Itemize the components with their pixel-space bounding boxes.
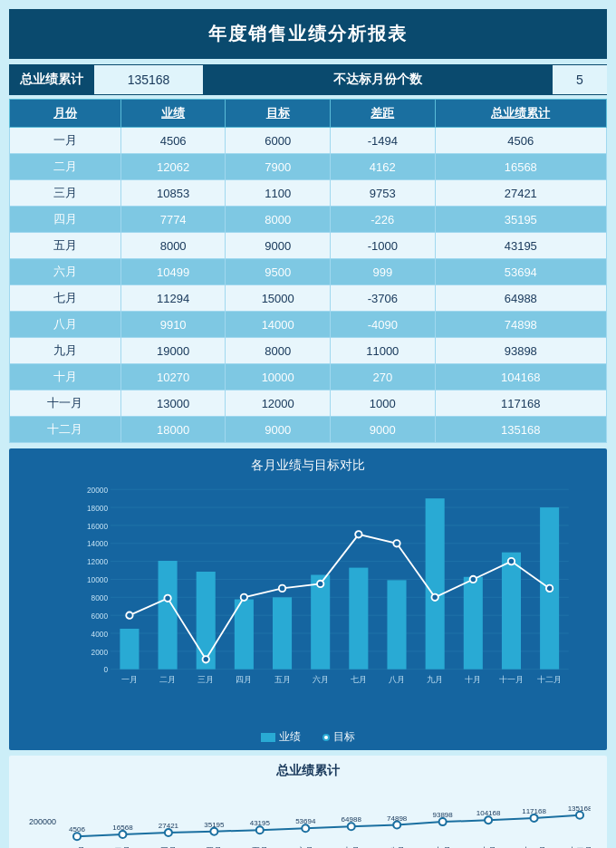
svg-rect-30 bbox=[273, 597, 292, 669]
svg-rect-34 bbox=[349, 568, 368, 670]
svg-point-52 bbox=[355, 531, 361, 537]
cumulative-chart: 2000004506一月16568二月27421三月35195四月43195五月… bbox=[16, 785, 600, 848]
svg-text:16568: 16568 bbox=[112, 824, 133, 832]
svg-text:200000: 200000 bbox=[29, 817, 56, 826]
table-row: 八月991014000-409074898 bbox=[10, 312, 607, 338]
svg-point-56 bbox=[508, 558, 515, 564]
svg-text:七月: 七月 bbox=[351, 675, 367, 684]
svg-text:4000: 4000 bbox=[91, 630, 109, 639]
chart-title: 各月业绩与目标对比 bbox=[16, 458, 600, 474]
total-label: 总业绩累计 bbox=[9, 64, 94, 95]
svg-point-59 bbox=[73, 833, 81, 840]
table-row: 三月108531100975327421 bbox=[10, 180, 607, 207]
svg-text:27421: 27421 bbox=[159, 822, 179, 830]
svg-point-92 bbox=[576, 812, 583, 819]
svg-text:43195: 43195 bbox=[250, 819, 271, 827]
miss-value: 5 bbox=[553, 65, 607, 94]
table-row: 二月120627900416216568 bbox=[10, 154, 607, 180]
svg-text:14000: 14000 bbox=[87, 539, 108, 548]
cumulative-svg: 2000004506一月16568二月27421三月35195四月43195五月… bbox=[25, 785, 591, 848]
svg-text:16000: 16000 bbox=[87, 522, 108, 531]
svg-point-65 bbox=[165, 829, 172, 836]
svg-text:135168: 135168 bbox=[568, 805, 591, 813]
table-row: 五月80009000-100043195 bbox=[10, 233, 607, 259]
svg-text:53694: 53694 bbox=[295, 817, 316, 825]
svg-text:6000: 6000 bbox=[91, 612, 109, 621]
svg-text:九月: 九月 bbox=[427, 675, 443, 684]
svg-point-50 bbox=[279, 585, 285, 592]
svg-text:五月: 五月 bbox=[274, 675, 291, 684]
svg-text:35195: 35195 bbox=[204, 821, 225, 829]
summary-row: 总业绩累计 135168 不达标月份个数 5 bbox=[9, 64, 607, 95]
svg-rect-28 bbox=[235, 600, 254, 670]
col-performance: 业绩 bbox=[120, 100, 226, 128]
data-table: 月份 业绩 目标 差距 总业绩累计 一月45066000-14944506二月1… bbox=[9, 99, 607, 443]
svg-text:18000: 18000 bbox=[87, 504, 108, 513]
svg-point-47 bbox=[164, 595, 170, 602]
total-value: 135168 bbox=[94, 65, 203, 94]
svg-text:十二月: 十二月 bbox=[537, 675, 562, 684]
table-row: 一月45066000-14944506 bbox=[10, 128, 607, 154]
svg-text:2000: 2000 bbox=[91, 648, 109, 657]
table-row: 四月77748000-22635195 bbox=[10, 207, 607, 233]
svg-rect-42 bbox=[502, 553, 521, 670]
svg-point-83 bbox=[439, 818, 447, 825]
svg-text:四月: 四月 bbox=[236, 675, 252, 684]
table-row: 六月10499950099953694 bbox=[10, 259, 607, 285]
svg-point-77 bbox=[348, 823, 355, 830]
svg-point-86 bbox=[485, 816, 492, 824]
svg-point-54 bbox=[431, 594, 438, 601]
svg-rect-38 bbox=[426, 498, 445, 670]
svg-text:八月: 八月 bbox=[389, 675, 405, 684]
svg-point-57 bbox=[546, 585, 553, 592]
svg-text:104168: 104168 bbox=[476, 809, 501, 817]
svg-text:117168: 117168 bbox=[522, 807, 546, 815]
chart-container: 0200040006000800010000120001400016000180… bbox=[16, 481, 600, 726]
col-diff: 差距 bbox=[331, 100, 436, 128]
svg-text:4506: 4506 bbox=[69, 825, 85, 834]
svg-point-55 bbox=[470, 576, 476, 583]
svg-rect-32 bbox=[311, 575, 330, 670]
svg-text:十一月: 十一月 bbox=[499, 675, 524, 684]
table-row: 十月1027010000270104168 bbox=[10, 364, 607, 390]
table-row: 七月1129415000-370664988 bbox=[10, 285, 607, 312]
svg-point-74 bbox=[302, 824, 309, 832]
table-row: 十二月1800090009000135168 bbox=[10, 417, 607, 443]
svg-text:0: 0 bbox=[103, 665, 108, 674]
svg-text:64988: 64988 bbox=[342, 815, 362, 824]
svg-text:93898: 93898 bbox=[433, 811, 454, 819]
svg-text:10000: 10000 bbox=[87, 575, 108, 584]
cumulative-section: 总业绩累计 2000004506一月16568二月27421三月35195四月4… bbox=[9, 756, 607, 848]
svg-text:74898: 74898 bbox=[387, 814, 408, 823]
svg-text:二月: 二月 bbox=[159, 675, 176, 684]
col-target: 目标 bbox=[226, 100, 331, 128]
svg-point-89 bbox=[531, 814, 538, 822]
svg-point-62 bbox=[119, 831, 126, 838]
page-title: 年度销售业绩分析报表 bbox=[9, 9, 607, 59]
chart-svg: 0200040006000800010000120001400016000180… bbox=[53, 481, 600, 699]
svg-point-51 bbox=[317, 581, 323, 587]
cumulative-title: 总业绩累计 bbox=[16, 763, 600, 779]
table-row: 九月1900080001100093898 bbox=[10, 338, 607, 364]
svg-point-53 bbox=[393, 540, 399, 546]
col-month: 月份 bbox=[10, 100, 121, 128]
table-header-row: 月份 业绩 目标 差距 总业绩累计 bbox=[10, 100, 607, 128]
legend-line-icon bbox=[322, 734, 330, 741]
miss-label: 不达标月份个数 bbox=[203, 64, 553, 95]
svg-point-80 bbox=[393, 822, 400, 829]
svg-point-48 bbox=[203, 656, 209, 662]
svg-text:十月: 十月 bbox=[465, 675, 481, 684]
svg-rect-22 bbox=[120, 629, 139, 670]
svg-rect-36 bbox=[387, 580, 406, 669]
svg-rect-40 bbox=[464, 577, 483, 670]
svg-text:一月: 一月 bbox=[121, 675, 138, 684]
svg-point-49 bbox=[241, 594, 247, 601]
svg-text:12000: 12000 bbox=[87, 557, 108, 566]
svg-point-71 bbox=[256, 826, 264, 834]
svg-rect-26 bbox=[197, 572, 216, 670]
svg-point-46 bbox=[126, 612, 132, 618]
svg-text:20000: 20000 bbox=[87, 486, 108, 495]
svg-text:8000: 8000 bbox=[91, 593, 109, 602]
table-row: 十一月13000120001000117168 bbox=[10, 390, 607, 417]
chart-legend: 业绩 目标 bbox=[16, 729, 600, 745]
